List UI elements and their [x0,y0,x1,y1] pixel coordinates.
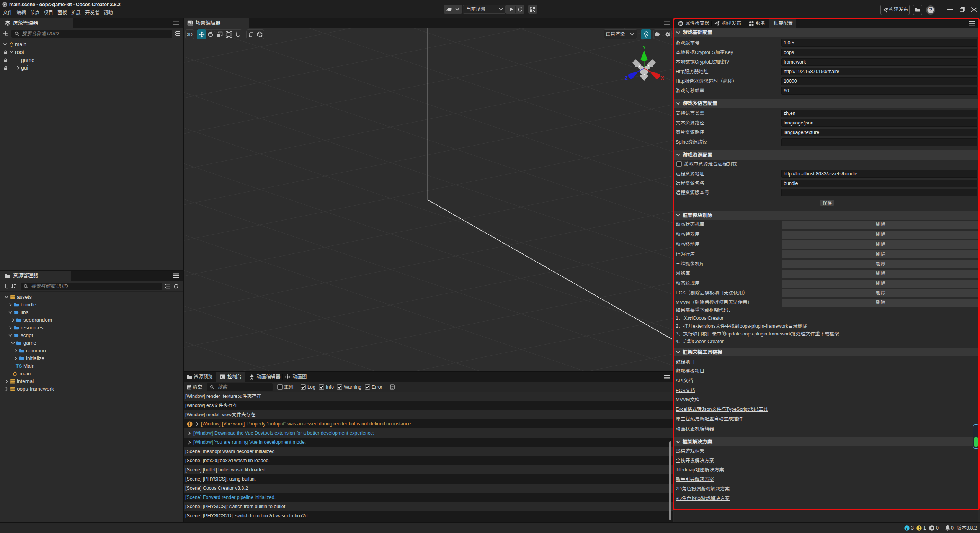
svg-text:X: X [661,75,664,81]
svg-text:i: i [906,526,908,530]
svg-text:Z: Z [625,75,628,81]
svg-text:Y: Y [642,45,646,51]
svg-text:?: ? [929,7,932,13]
